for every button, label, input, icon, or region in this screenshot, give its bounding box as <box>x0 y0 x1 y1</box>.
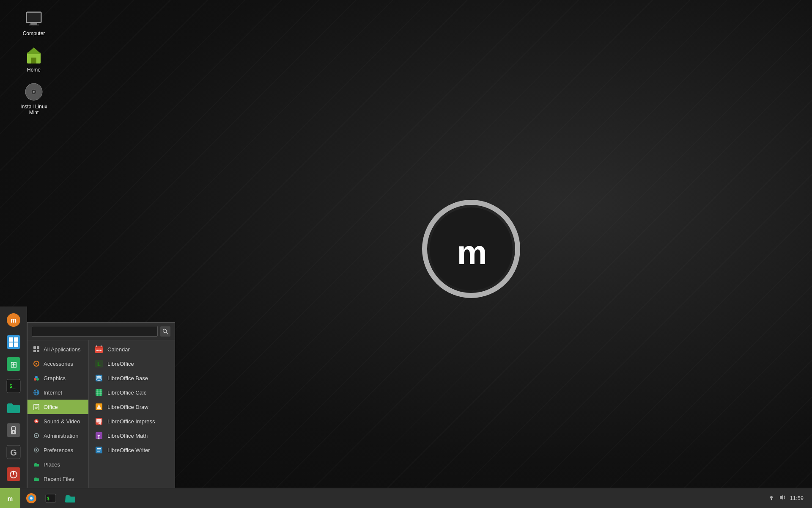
sidebar-power[interactable] <box>3 464 24 484</box>
svg-rect-84 <box>97 450 101 450</box>
computer-label: Computer <box>23 30 45 36</box>
lo-writer-icon <box>95 446 103 454</box>
graphics-icon <box>33 374 40 382</box>
svg-point-39 <box>36 363 37 364</box>
svg-text:L: L <box>97 361 101 367</box>
taskbar-items: $_ <box>20 489 763 508</box>
svg-text:G: G <box>10 448 17 457</box>
computer-icon <box>24 8 44 29</box>
svg-rect-35 <box>37 346 39 349</box>
svg-rect-34 <box>33 346 36 349</box>
category-places[interactable]: Places <box>27 457 88 472</box>
places-icon <box>33 461 40 468</box>
svg-text:m: m <box>8 495 13 502</box>
taskbar-terminal[interactable]: $_ <box>41 489 60 508</box>
office-icon <box>33 403 40 411</box>
svg-text:$_: $_ <box>47 496 52 501</box>
taskbar-start-button[interactable]: m <box>0 488 20 508</box>
menu-content: All Applications Accessories <box>27 340 175 488</box>
app-lo-writer-label: LibreOffice Writer <box>107 447 150 453</box>
lo-impress-icon <box>95 417 103 425</box>
svg-rect-4 <box>27 13 41 22</box>
install-label: Install Linux Mint <box>17 104 51 116</box>
desktop-icon-computer[interactable]: Computer <box>17 8 51 36</box>
app-lo-impress[interactable]: LibreOffice Impress <box>89 414 175 428</box>
category-recent[interactable]: Recent Files <box>27 472 88 486</box>
svg-rect-70 <box>96 389 102 396</box>
desktop-icons: Computer Home Install Linux Mint <box>17 8 51 116</box>
sidebar-grub[interactable]: G <box>3 442 24 462</box>
svg-point-40 <box>34 378 36 381</box>
sidebar-terminal[interactable]: $_ <box>3 376 24 396</box>
category-office[interactable]: Office <box>27 400 88 414</box>
svg-rect-19 <box>14 342 18 347</box>
app-libreoffice-label: LibreOffice <box>107 361 134 367</box>
app-lo-calc-label: LibreOffice Calc <box>107 389 146 396</box>
svg-marker-93 <box>780 495 783 500</box>
search-input[interactable] <box>32 326 158 337</box>
category-all[interactable]: All Applications <box>27 342 88 356</box>
app-lo-math[interactable]: ∑ LibreOffice Math <box>89 428 175 443</box>
svg-rect-5 <box>30 23 37 25</box>
svg-rect-83 <box>97 448 101 449</box>
category-internet[interactable]: Internet <box>27 385 88 400</box>
taskbar-clock: 11:59 <box>790 495 807 501</box>
sound-icon <box>779 494 786 502</box>
category-prefs-label: Preferences <box>44 447 73 453</box>
app-lo-base[interactable]: LibreOffice Base <box>89 371 175 385</box>
desktop-icon-home[interactable]: Home <box>17 45 51 73</box>
svg-text:⊞: ⊞ <box>10 360 17 369</box>
category-accessories[interactable]: Accessories <box>27 356 88 371</box>
svg-rect-6 <box>29 25 39 25</box>
svg-rect-18 <box>9 342 13 347</box>
sidebar-folder[interactable] <box>3 398 24 418</box>
sidebar-mint-home[interactable]: m <box>3 310 24 330</box>
category-administration[interactable]: Administration <box>27 428 88 443</box>
sidebar-software-manager[interactable] <box>3 332 24 352</box>
app-lo-draw[interactable]: LibreOffice Draw <box>89 400 175 414</box>
svg-text:∑: ∑ <box>97 434 101 439</box>
desktop-logo: m <box>420 198 522 300</box>
accessories-icon <box>33 360 40 367</box>
svg-line-33 <box>166 332 168 334</box>
svg-point-26 <box>13 431 14 433</box>
app-lo-calc[interactable]: LibreOffice Calc <box>89 385 175 400</box>
taskbar-firefox[interactable] <box>22 489 41 508</box>
category-accessories-label: Accessories <box>44 361 73 367</box>
category-sound-video[interactable]: Sound & Video <box>27 414 88 428</box>
libreoffice-icon: L <box>95 359 103 368</box>
search-bar <box>27 323 175 340</box>
desktop-icon-install[interactable]: Install Linux Mint <box>17 82 51 116</box>
sound-video-icon <box>33 417 40 425</box>
menu-panel: All Applications Accessories <box>27 322 175 488</box>
search-button[interactable] <box>160 326 170 337</box>
svg-rect-17 <box>14 337 18 342</box>
svg-text:m: m <box>10 317 16 324</box>
svg-point-53 <box>36 435 37 436</box>
category-places-label: Places <box>44 461 60 468</box>
svg-rect-9 <box>31 58 36 64</box>
category-preferences[interactable]: Preferences <box>27 443 88 457</box>
recent-icon <box>33 475 40 483</box>
svg-rect-78 <box>96 419 102 422</box>
admin-icon <box>33 432 40 439</box>
sidebar-lock[interactable] <box>3 420 24 440</box>
app-calendar[interactable]: Calendar <box>89 342 175 356</box>
taskbar: m $_ <box>0 488 812 508</box>
sidebar-synaptic[interactable]: ⊞ <box>3 354 24 374</box>
svg-rect-58 <box>95 348 103 348</box>
network-icon <box>768 494 775 502</box>
taskbar-files[interactable] <box>61 489 80 508</box>
app-lo-base-label: LibreOffice Base <box>107 375 148 381</box>
svg-text:$_: $_ <box>9 383 16 389</box>
home-icon <box>24 45 44 65</box>
all-apps-icon <box>33 345 40 353</box>
prefs-icon <box>33 446 40 454</box>
category-graphics[interactable]: Graphics <box>27 371 88 385</box>
app-libreoffice[interactable]: L LibreOffice <box>89 356 175 371</box>
category-graphics-label: Graphics <box>44 375 66 381</box>
category-recent-label: Recent Files <box>44 476 74 482</box>
svg-rect-61 <box>96 350 98 351</box>
svg-point-32 <box>163 329 167 332</box>
app-lo-writer[interactable]: LibreOffice Writer <box>89 443 175 457</box>
